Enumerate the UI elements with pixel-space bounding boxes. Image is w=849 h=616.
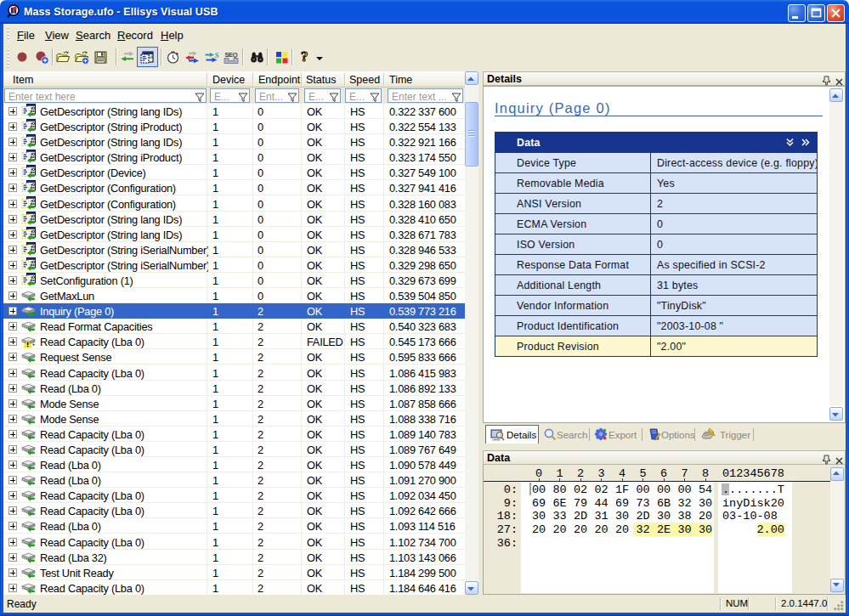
svg-text:?: ? [301, 48, 308, 65]
svg-text:S: S [215, 51, 219, 59]
svg-text:SEQ: SEQ [225, 51, 238, 59]
